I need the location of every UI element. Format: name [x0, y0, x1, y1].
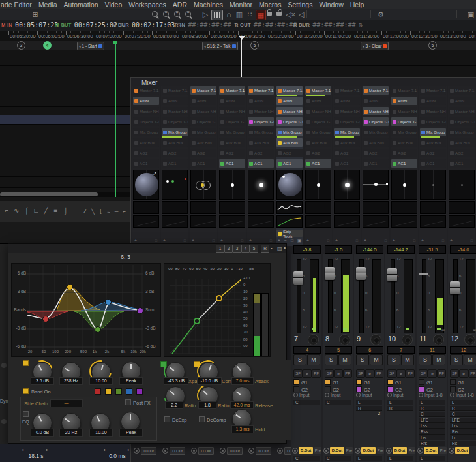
rack-mini-icon[interactable]: □	[241, 239, 243, 243]
output-channel-row[interactable]: R	[419, 406, 445, 411]
transport-value[interactable]: 00:05:07:23	[15, 22, 58, 29]
routing-slot[interactable]: Master NHK	[133, 107, 159, 116]
routing-slot[interactable]: Master NHK	[248, 107, 274, 116]
band-color-square[interactable]	[105, 388, 112, 395]
group-1-toggle[interactable]	[387, 379, 393, 385]
direct-out-button[interactable]: D.Out	[393, 447, 407, 454]
routing-slot[interactable]: Mix Group	[334, 128, 360, 136]
direct-out-monitor-icon[interactable]	[323, 448, 329, 454]
routing-slot[interactable]: AG2	[190, 149, 216, 157]
strip-display[interactable]	[363, 215, 389, 228]
routing-slot[interactable]: AG1	[248, 159, 274, 168]
pan-display[interactable]	[190, 170, 216, 200]
eq-curve-display[interactable]	[27, 265, 143, 351]
fader-handle[interactable]	[293, 271, 303, 285]
fader-handle[interactable]	[356, 267, 366, 280]
sc-eq-type-value[interactable]: Peak	[119, 429, 143, 437]
pan-display[interactable]	[276, 170, 303, 200]
solo-button[interactable]: S	[450, 354, 463, 365]
group-2-toggle[interactable]	[325, 386, 331, 392]
direct-out-button[interactable]: D.Out	[299, 447, 313, 454]
routing-slot[interactable]: Objects 1-1E	[133, 117, 159, 126]
routing-slot[interactable]: AG1	[420, 159, 446, 168]
direct-out-monitor-icon[interactable]	[248, 448, 254, 454]
pan-display[interactable]	[162, 170, 188, 200]
fade-curve-icon[interactable]: ∟	[32, 201, 40, 221]
routing-slot[interactable]: AG2	[133, 149, 159, 157]
hold-value[interactable]: 1.3 ms	[231, 425, 254, 433]
add-insert-icon[interactable]: +	[450, 238, 453, 243]
add-insert-icon[interactable]: +	[163, 238, 166, 243]
routing-slot[interactable]: Mix Group	[190, 128, 216, 136]
prefader-button[interactable]: PF	[406, 369, 415, 378]
direct-out-monitor-icon[interactable]	[355, 448, 361, 454]
routing-slot[interactable]: Mix Group	[449, 128, 475, 136]
routing-slot[interactable]: Ambi	[133, 97, 159, 105]
phase-button[interactable]: ø	[396, 369, 406, 378]
phase-button[interactable]: ø	[303, 369, 312, 378]
group-2-toggle[interactable]	[293, 386, 299, 392]
marker-circle[interactable]: 5	[250, 41, 259, 50]
channel-meter-value[interactable]: -144.2	[387, 245, 415, 254]
routing-slot[interactable]: Master 7.1.4	[420, 86, 446, 95]
direct-out-button[interactable]: D.Out	[170, 447, 185, 455]
direct-out-button[interactable]: D.Out	[455, 447, 469, 454]
routing-slot[interactable]: Master NHK	[391, 107, 417, 116]
insert-display[interactable]	[190, 201, 216, 214]
transport-value[interactable]: ##:##:##:##	[188, 22, 231, 29]
group-2-toggle[interactable]	[387, 386, 393, 392]
prefader-button[interactable]: PF	[343, 369, 352, 378]
strip-display[interactable]	[334, 215, 360, 228]
record-arm-button[interactable]	[433, 334, 444, 345]
routing-slot[interactable]: AG2	[391, 149, 417, 157]
sliver-knob[interactable]	[1, 363, 7, 368]
preset-button-2[interactable]: 2	[224, 245, 233, 253]
group-icon[interactable]: ∷	[246, 10, 254, 19]
routing-slot[interactable]: Ambi	[190, 97, 216, 105]
side-chain-select[interactable]: —	[50, 399, 83, 407]
playhead-cursor[interactable]	[241, 36, 242, 77]
routing-slot[interactable]: Mix Group	[391, 128, 417, 136]
routing-slot[interactable]: Master 7.1.4	[363, 86, 389, 95]
workspace-icon[interactable]: ⊞	[31, 10, 39, 19]
record-arm-button[interactable]	[339, 334, 350, 345]
rack-mini-icon[interactable]: □	[413, 239, 415, 243]
output-channel-row[interactable]: Lrs	[450, 424, 476, 429]
fade-curve-icon[interactable]: ≡	[52, 201, 60, 221]
routing-slot[interactable]: Ambi	[305, 97, 331, 105]
pan-display[interactable]	[305, 170, 331, 200]
routing-slot[interactable]: Aux Bus	[363, 138, 389, 147]
band-color-square[interactable]	[136, 388, 143, 395]
attack-value[interactable]: 7.0 ms	[231, 377, 254, 385]
output-channel-row[interactable]: R2	[356, 406, 382, 411]
routing-slot[interactable]: AG1	[219, 159, 245, 168]
direct-out-monitor-icon[interactable]	[277, 448, 283, 454]
routing-slot[interactable]: Ambi	[219, 97, 245, 105]
menu-monitor[interactable]: Monitor	[230, 1, 252, 8]
routing-slot[interactable]: Objects 1-1E	[162, 117, 188, 126]
group-2-toggle[interactable]	[419, 386, 424, 392]
menu-macros[interactable]: Macros	[259, 1, 281, 8]
sc-eq-freq-value[interactable]: 20 Hz	[59, 429, 83, 437]
routing-slot[interactable]: Master NHK	[162, 107, 188, 116]
routing-slot[interactable]: Mix Group	[162, 128, 188, 136]
zoom-tool-icon[interactable]	[152, 11, 158, 17]
routing-slot[interactable]: Aux Bus	[219, 138, 245, 147]
pan-display[interactable]	[420, 170, 446, 200]
routing-slot[interactable]: AG2	[334, 149, 360, 157]
transport-value[interactable]: ##:##:##:##	[254, 22, 297, 29]
channel-id-value[interactable]: 12	[450, 346, 476, 354]
mute-button[interactable]: M	[464, 354, 476, 365]
insert-display[interactable]	[449, 201, 475, 214]
window-menu-icon[interactable]: ▤	[277, 244, 282, 253]
routing-slot[interactable]: AG1	[305, 159, 331, 168]
nudge-right-icon[interactable]: ▸	[128, 447, 130, 452]
group-2-toggle[interactable]	[356, 386, 362, 392]
insert-display[interactable]	[276, 201, 303, 214]
strip-display[interactable]	[420, 215, 446, 228]
playhead-flag[interactable]	[239, 36, 245, 40]
speaker-icon[interactable]: ◁	[297, 10, 305, 19]
routing-slot[interactable]: AG2	[219, 149, 245, 157]
horizontal-scrollbar[interactable]	[0, 192, 130, 197]
channel-grid-icon[interactable]: ⊞	[473, 328, 476, 332]
